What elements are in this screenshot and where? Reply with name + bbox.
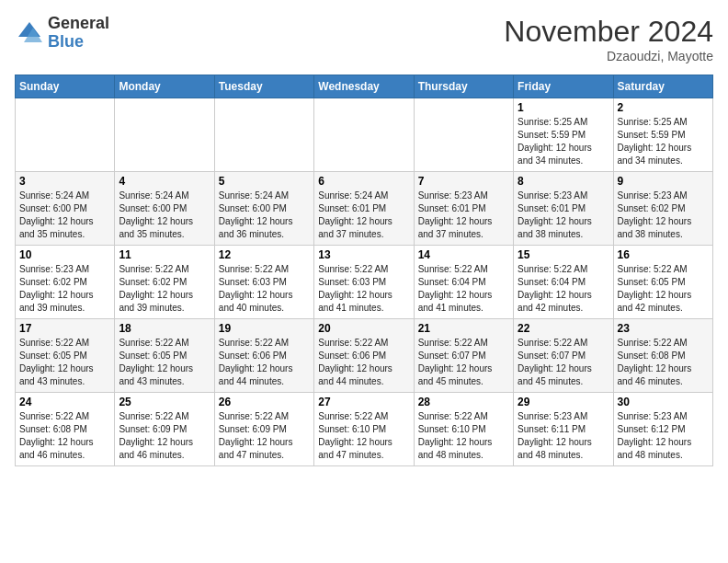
day-info: Sunrise: 5:24 AM Sunset: 6:00 PM Dayligh…	[219, 190, 310, 241]
calendar-cell: 8Sunrise: 5:23 AM Sunset: 6:01 PM Daylig…	[514, 172, 613, 246]
day-info: Sunrise: 5:22 AM Sunset: 6:03 PM Dayligh…	[219, 263, 310, 315]
day-info: Sunrise: 5:22 AM Sunset: 6:09 PM Dayligh…	[119, 410, 210, 462]
day-number: 26	[219, 396, 310, 408]
day-number: 10	[19, 248, 110, 261]
calendar-cell: 1Sunrise: 5:25 AM Sunset: 5:59 PM Daylig…	[514, 98, 613, 172]
day-number: 4	[119, 175, 210, 188]
logo: General Blue	[15, 15, 109, 52]
day-number: 8	[518, 175, 609, 188]
calendar-cell: 17Sunrise: 5:22 AM Sunset: 6:05 PM Dayli…	[16, 319, 115, 393]
day-number: 17	[19, 322, 110, 335]
day-number: 7	[418, 175, 509, 188]
calendar-cell: 18Sunrise: 5:22 AM Sunset: 6:05 PM Dayli…	[115, 319, 214, 393]
month-title: November 2024	[504, 15, 713, 49]
day-info: Sunrise: 5:22 AM Sunset: 6:06 PM Dayligh…	[318, 337, 409, 388]
day-info: Sunrise: 5:25 AM Sunset: 5:59 PM Dayligh…	[618, 116, 709, 167]
calendar-cell: 11Sunrise: 5:22 AM Sunset: 6:02 PM Dayli…	[115, 246, 214, 319]
calendar-cell: 29Sunrise: 5:23 AM Sunset: 6:11 PM Dayli…	[514, 393, 613, 466]
calendar-table: SundayMondayTuesdayWednesdayThursdayFrid…	[15, 75, 713, 466]
day-number: 6	[318, 175, 409, 188]
day-number: 23	[618, 322, 709, 335]
calendar-cell: 7Sunrise: 5:23 AM Sunset: 6:01 PM Daylig…	[414, 172, 513, 246]
calendar-cell: 30Sunrise: 5:23 AM Sunset: 6:12 PM Dayli…	[613, 393, 712, 466]
day-info: Sunrise: 5:22 AM Sunset: 6:10 PM Dayligh…	[418, 410, 509, 462]
calendar-cell	[214, 98, 313, 172]
day-info: Sunrise: 5:23 AM Sunset: 6:11 PM Dayligh…	[518, 410, 609, 462]
day-info: Sunrise: 5:23 AM Sunset: 6:01 PM Dayligh…	[518, 190, 609, 241]
day-info: Sunrise: 5:22 AM Sunset: 6:07 PM Dayligh…	[418, 337, 509, 388]
day-number: 2	[618, 101, 709, 114]
title-block: November 2024 Dzaoudzi, Mayotte	[504, 15, 713, 63]
day-number: 1	[518, 101, 609, 114]
day-info: Sunrise: 5:22 AM Sunset: 6:04 PM Dayligh…	[518, 263, 609, 315]
calendar-cell	[16, 98, 115, 172]
day-info: Sunrise: 5:24 AM Sunset: 6:01 PM Dayligh…	[318, 190, 409, 241]
day-number: 14	[418, 248, 509, 261]
calendar-cell: 20Sunrise: 5:22 AM Sunset: 6:06 PM Dayli…	[314, 319, 414, 393]
day-number: 9	[618, 175, 709, 188]
calendar-week-row: 10Sunrise: 5:23 AM Sunset: 6:02 PM Dayli…	[16, 246, 713, 319]
calendar-cell: 23Sunrise: 5:22 AM Sunset: 6:08 PM Dayli…	[613, 319, 712, 393]
calendar-cell: 10Sunrise: 5:23 AM Sunset: 6:02 PM Dayli…	[16, 246, 115, 319]
day-number: 15	[518, 248, 609, 261]
calendar-cell: 9Sunrise: 5:23 AM Sunset: 6:02 PM Daylig…	[613, 172, 712, 246]
day-info: Sunrise: 5:22 AM Sunset: 6:04 PM Dayligh…	[418, 263, 509, 315]
day-info: Sunrise: 5:22 AM Sunset: 6:05 PM Dayligh…	[19, 337, 110, 388]
day-number: 3	[19, 175, 110, 188]
day-number: 22	[518, 322, 609, 335]
calendar-cell: 24Sunrise: 5:22 AM Sunset: 6:08 PM Dayli…	[16, 393, 115, 466]
column-header-monday: Monday	[115, 75, 214, 98]
day-info: Sunrise: 5:24 AM Sunset: 6:00 PM Dayligh…	[119, 190, 210, 241]
calendar-cell: 21Sunrise: 5:22 AM Sunset: 6:07 PM Dayli…	[414, 319, 513, 393]
logo-icon	[15, 18, 44, 48]
day-number: 18	[119, 322, 210, 335]
calendar-header-row: SundayMondayTuesdayWednesdayThursdayFrid…	[16, 75, 713, 98]
calendar-week-row: 24Sunrise: 5:22 AM Sunset: 6:08 PM Dayli…	[16, 393, 713, 466]
day-info: Sunrise: 5:23 AM Sunset: 6:12 PM Dayligh…	[618, 410, 709, 462]
day-number: 16	[618, 248, 709, 261]
day-number: 27	[318, 396, 409, 408]
column-header-saturday: Saturday	[613, 75, 712, 98]
day-number: 11	[119, 248, 210, 261]
day-number: 25	[119, 396, 210, 408]
day-info: Sunrise: 5:23 AM Sunset: 6:02 PM Dayligh…	[618, 190, 709, 241]
calendar-cell	[414, 98, 513, 172]
day-number: 29	[518, 396, 609, 408]
day-info: Sunrise: 5:22 AM Sunset: 6:08 PM Dayligh…	[19, 410, 110, 462]
day-number: 24	[19, 396, 110, 408]
day-number: 12	[219, 248, 310, 261]
calendar-cell	[314, 98, 414, 172]
calendar-cell: 13Sunrise: 5:22 AM Sunset: 6:03 PM Dayli…	[314, 246, 414, 319]
day-info: Sunrise: 5:22 AM Sunset: 6:07 PM Dayligh…	[518, 337, 609, 388]
calendar-cell: 22Sunrise: 5:22 AM Sunset: 6:07 PM Dayli…	[514, 319, 613, 393]
logo-general-text: General	[48, 15, 109, 33]
calendar-cell: 6Sunrise: 5:24 AM Sunset: 6:01 PM Daylig…	[314, 172, 414, 246]
calendar-cell: 2Sunrise: 5:25 AM Sunset: 5:59 PM Daylig…	[613, 98, 712, 172]
page-header: General Blue November 2024 Dzaoudzi, May…	[15, 15, 713, 63]
day-info: Sunrise: 5:22 AM Sunset: 6:03 PM Dayligh…	[318, 263, 409, 315]
calendar-cell: 27Sunrise: 5:22 AM Sunset: 6:10 PM Dayli…	[314, 393, 414, 466]
column-header-thursday: Thursday	[414, 75, 513, 98]
calendar-cell	[115, 98, 214, 172]
column-header-tuesday: Tuesday	[214, 75, 313, 98]
day-number: 28	[418, 396, 509, 408]
calendar-cell: 3Sunrise: 5:24 AM Sunset: 6:00 PM Daylig…	[16, 172, 115, 246]
calendar-cell: 28Sunrise: 5:22 AM Sunset: 6:10 PM Dayli…	[414, 393, 513, 466]
calendar-cell: 4Sunrise: 5:24 AM Sunset: 6:00 PM Daylig…	[115, 172, 214, 246]
day-number: 30	[618, 396, 709, 408]
day-info: Sunrise: 5:22 AM Sunset: 6:05 PM Dayligh…	[119, 337, 210, 388]
calendar-cell: 12Sunrise: 5:22 AM Sunset: 6:03 PM Dayli…	[214, 246, 313, 319]
day-info: Sunrise: 5:22 AM Sunset: 6:02 PM Dayligh…	[119, 263, 210, 315]
calendar-cell: 5Sunrise: 5:24 AM Sunset: 6:00 PM Daylig…	[214, 172, 313, 246]
calendar-cell: 26Sunrise: 5:22 AM Sunset: 6:09 PM Dayli…	[214, 393, 313, 466]
calendar-cell: 19Sunrise: 5:22 AM Sunset: 6:06 PM Dayli…	[214, 319, 313, 393]
day-info: Sunrise: 5:23 AM Sunset: 6:01 PM Dayligh…	[418, 190, 509, 241]
calendar-cell: 16Sunrise: 5:22 AM Sunset: 6:05 PM Dayli…	[613, 246, 712, 319]
day-number: 21	[418, 322, 509, 335]
column-header-sunday: Sunday	[16, 75, 115, 98]
calendar-cell: 14Sunrise: 5:22 AM Sunset: 6:04 PM Dayli…	[414, 246, 513, 319]
day-info: Sunrise: 5:25 AM Sunset: 5:59 PM Dayligh…	[518, 116, 609, 167]
day-number: 20	[318, 322, 409, 335]
day-number: 5	[219, 175, 310, 188]
calendar-cell: 15Sunrise: 5:22 AM Sunset: 6:04 PM Dayli…	[514, 246, 613, 319]
